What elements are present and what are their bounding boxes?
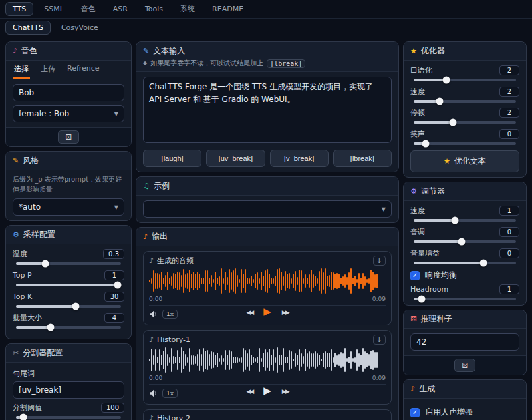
top-p-slider[interactable]: Top P 1: [13, 270, 124, 286]
voice-tab-reference[interactable]: Refrence: [66, 61, 101, 79]
voice-panel-title: 音色: [21, 45, 37, 57]
voice-tab-upload[interactable]: 上传: [39, 61, 57, 79]
checkbox-box[interactable]: [410, 271, 420, 280]
slider-label: 停顿: [410, 108, 425, 118]
slider-value[interactable]: 2: [499, 87, 519, 97]
skip-forward-icon[interactable]: ▶▶: [282, 388, 289, 395]
slider-value[interactable]: 2: [499, 65, 519, 75]
tts-text-area[interactable]: ChatTTS Forge 是一个围绕 TTS 生成模型开发的项目，实现了 AP…: [143, 77, 392, 143]
slider-value[interactable]: 4: [104, 313, 124, 323]
history1-waveform[interactable]: [149, 347, 386, 373]
random-seed-button[interactable]: ⚄: [454, 359, 475, 372]
refine-speed-slider[interactable]: 速度 2: [410, 87, 519, 103]
slider-value[interactable]: 30: [104, 292, 124, 302]
examples-dropdown[interactable]: ▼: [143, 200, 392, 218]
sampling-panel-title: 采样配置: [23, 229, 55, 240]
slider-handle[interactable]: [114, 282, 122, 289]
slider-handle[interactable]: [451, 217, 458, 224]
slider-value[interactable]: 1: [499, 206, 519, 216]
insert-laugh-button[interactable]: [laugh]: [143, 150, 201, 167]
oral-slider[interactable]: 口语化 2: [410, 65, 519, 81]
voice-name-input[interactable]: [13, 84, 124, 101]
slider-label: 笑声: [410, 129, 425, 139]
slider-handle[interactable]: [422, 140, 430, 148]
slider-value[interactable]: 0: [499, 129, 519, 139]
laugh-slider[interactable]: 笑声 0: [410, 129, 519, 145]
seed-input[interactable]: [410, 333, 519, 351]
top-k-slider[interactable]: Top K 30: [13, 292, 124, 308]
nav-tab-readme[interactable]: README: [205, 3, 250, 15]
nav-tab-tools[interactable]: Tools: [138, 3, 170, 15]
slider-value[interactable]: 0: [499, 227, 519, 237]
slider-value[interactable]: 0.3: [103, 249, 124, 259]
slider-handle[interactable]: [47, 324, 55, 331]
volume-icon[interactable]: [149, 389, 158, 397]
pitch-slider[interactable]: 音调 0: [410, 227, 519, 243]
model-tab-cosyvoice[interactable]: CosyVoice: [55, 21, 105, 34]
insert-uv-break-button[interactable]: [uv_break]: [206, 150, 265, 167]
slider-handle[interactable]: [418, 296, 426, 303]
volume-gain-slider[interactable]: 音量增益 0: [410, 248, 519, 264]
download-icon[interactable]: ↓: [373, 256, 386, 266]
eos-label: 句尾词: [13, 369, 124, 379]
volume-icon[interactable]: [149, 310, 158, 318]
slider-handle[interactable]: [72, 303, 80, 310]
model-tabs: ChatTTS CosyVoice: [0, 19, 532, 37]
nav-tab-asr[interactable]: ASR: [106, 3, 134, 15]
headroom-slider[interactable]: Headroom 1: [410, 284, 519, 300]
nav-tab-system[interactable]: 系统: [174, 2, 201, 16]
slider-handle[interactable]: [436, 98, 443, 105]
refiner-panel: ★ 优化器 口语化 2 速度 2: [403, 41, 527, 178]
skip-back-icon[interactable]: ◀◀: [246, 309, 253, 315]
skip-back-icon[interactable]: ◀◀: [246, 388, 253, 395]
skip-forward-icon[interactable]: ▶▶: [282, 309, 289, 315]
text-input-hint: ◆ 如果尾字吞字不读，可以试试结尾加上 [lbreak]: [143, 59, 392, 68]
output-icon: ♪: [143, 233, 148, 240]
history2-audio-player: ♪ History-2 ♪: [143, 409, 392, 420]
slider-handle[interactable]: [42, 260, 49, 268]
loudness-normalize-checkbox[interactable]: 响度均衡: [410, 270, 519, 281]
enable-enhance-checkbox[interactable]: 启用人声增强: [410, 407, 519, 418]
slider-label: 口语化: [410, 65, 432, 75]
batch-size-slider[interactable]: 批量大小 4: [13, 313, 124, 329]
slider-value[interactable]: 0: [499, 248, 519, 258]
model-tab-chattts[interactable]: ChatTTS: [5, 21, 51, 35]
eos-input[interactable]: [13, 381, 124, 399]
optimize-text-button[interactable]: ★ 优化文本: [410, 150, 519, 172]
play-button[interactable]: ▶: [263, 386, 271, 396]
nav-tab-voice[interactable]: 音色: [74, 2, 102, 16]
slider-handle[interactable]: [479, 260, 487, 267]
slider-label: Top K: [13, 292, 32, 301]
style-dropdown[interactable]: *auto ▼: [13, 198, 124, 216]
slider-value[interactable]: 100: [101, 403, 124, 413]
slider-handle[interactable]: [449, 119, 456, 126]
random-voice-button[interactable]: ⚄: [58, 130, 79, 144]
break-slider[interactable]: 停顿 2: [410, 108, 519, 124]
time-current: 0:00: [149, 375, 162, 381]
nav-tab-tts[interactable]: TTS: [5, 2, 33, 16]
insert-v-break-button[interactable]: [v_break]: [270, 150, 329, 167]
generated-waveform[interactable]: [149, 268, 386, 294]
insert-lbreak-button[interactable]: [lbreak]: [333, 150, 392, 167]
speed-slider[interactable]: 速度 1: [410, 206, 519, 222]
download-icon[interactable]: ↓: [373, 335, 386, 345]
play-button[interactable]: ▶: [263, 307, 271, 317]
voice-tab-select[interactable]: 选择: [13, 61, 30, 79]
hint-text: 如果尾字吞字不读，可以试试结尾加上: [150, 59, 263, 68]
temperature-slider[interactable]: 温度 0.3: [13, 249, 124, 265]
playback-speed-button[interactable]: 1x: [162, 389, 178, 398]
checkbox-box[interactable]: [410, 408, 420, 417]
nav-tab-ssml[interactable]: SSML: [37, 3, 70, 15]
slider-handle[interactable]: [20, 414, 27, 420]
app-root: TTS SSML 音色 ASR Tools 系统 README ChatTTS …: [0, 0, 532, 420]
slider-handle[interactable]: [458, 238, 466, 246]
slider-value[interactable]: 1: [104, 270, 124, 280]
slider-handle[interactable]: [443, 77, 450, 84]
slider-value[interactable]: 1: [499, 284, 519, 294]
split-threshold-slider[interactable]: 分割阈值 100: [13, 403, 124, 419]
voice-dropdown[interactable]: female : Bob ▼: [13, 105, 124, 122]
hint-code-chip: [lbreak]: [267, 59, 305, 68]
slider-value[interactable]: 2: [499, 108, 519, 118]
style-panel-title: 风格: [23, 155, 39, 166]
playback-speed-button[interactable]: 1x: [162, 310, 178, 319]
